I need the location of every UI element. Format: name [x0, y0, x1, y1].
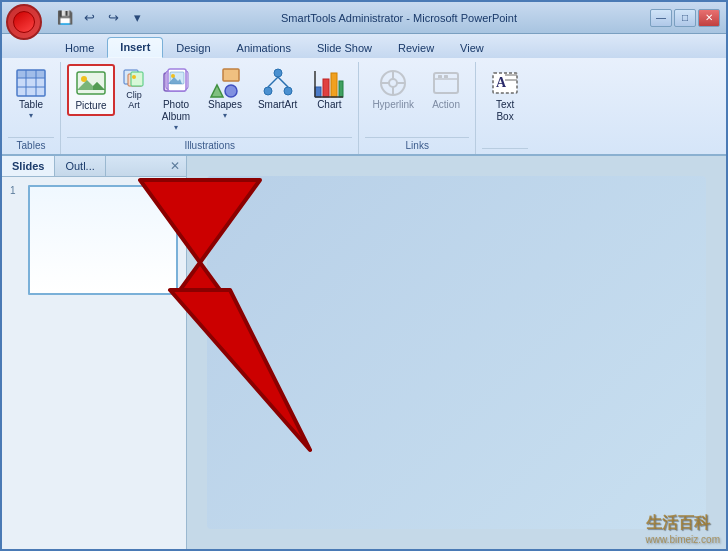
- slides-panel: Slides Outl... ✕ 1: [2, 156, 187, 549]
- shapes-label: Shapes: [208, 99, 242, 111]
- quick-access-dropdown[interactable]: ▾: [126, 7, 148, 29]
- photo-album-icon: [160, 67, 192, 99]
- ribbon-group-text: A TextBox: [476, 62, 534, 154]
- undo-button[interactable]: ↩: [78, 7, 100, 29]
- svg-line-26: [268, 77, 278, 87]
- text-group-label: [482, 148, 528, 154]
- watermark-text: 生活百科: [646, 513, 720, 534]
- picture-label: Picture: [75, 100, 106, 112]
- photo-album-button[interactable]: PhotoAlbum ▾: [153, 64, 199, 135]
- close-button[interactable]: ✕: [698, 9, 720, 27]
- tables-group-label: Tables: [8, 137, 54, 154]
- quick-access-toolbar: 💾 ↩ ↪ ▾: [54, 7, 148, 29]
- ribbon: Table ▾ Tables: [2, 58, 726, 156]
- ribbon-group-links-items: Hyperlink Action: [365, 64, 469, 135]
- smartart-label: SmartArt: [258, 99, 297, 111]
- slide-canvas-area: [207, 176, 706, 529]
- svg-rect-5: [17, 70, 45, 78]
- office-button[interactable]: [6, 4, 42, 40]
- svg-rect-30: [331, 73, 337, 97]
- links-group-label: Links: [365, 137, 469, 154]
- action-label: Action: [432, 99, 460, 111]
- action-icon: [430, 67, 462, 99]
- svg-rect-28: [315, 87, 321, 97]
- watermark: 生活百科 www.bimeiz.com: [646, 513, 720, 545]
- tab-design[interactable]: Design: [163, 38, 223, 58]
- hyperlink-button[interactable]: Hyperlink: [365, 64, 421, 114]
- redo-button[interactable]: ↪: [102, 7, 124, 29]
- action-button[interactable]: Action: [423, 64, 469, 114]
- clip-art-column: Clip Art: [117, 64, 151, 112]
- tab-insert[interactable]: Insert: [107, 37, 163, 58]
- svg-rect-42: [438, 75, 442, 78]
- clip-art-button[interactable]: Clip Art: [117, 64, 151, 112]
- slides-panel-tabs: Slides Outl... ✕: [2, 156, 186, 177]
- save-button[interactable]: 💾: [54, 7, 76, 29]
- picture-icon: [75, 68, 107, 100]
- shapes-button[interactable]: Shapes ▾: [201, 64, 249, 123]
- ribbon-group-tables-items: Table ▾: [8, 64, 54, 135]
- window-controls: — □ ✕: [650, 9, 720, 27]
- outline-tab[interactable]: Outl...: [55, 156, 105, 176]
- table-label: Table: [19, 99, 43, 111]
- chart-icon: [313, 67, 345, 99]
- svg-rect-12: [131, 72, 143, 86]
- slide-thumbnail[interactable]: [28, 185, 178, 295]
- svg-rect-29: [323, 79, 329, 97]
- tab-animations[interactable]: Animations: [224, 38, 304, 58]
- slide-number: 1: [10, 185, 24, 295]
- table-icon: [15, 67, 47, 99]
- slides-tab[interactable]: Slides: [2, 156, 55, 176]
- hyperlink-icon: [377, 67, 409, 99]
- photo-album-label: PhotoAlbum: [162, 99, 190, 123]
- main-slide-area: [187, 156, 726, 549]
- picture-button[interactable]: Picture: [67, 64, 115, 116]
- slides-panel-close-button[interactable]: ✕: [164, 156, 186, 176]
- clip-art-icon: [122, 66, 146, 90]
- svg-rect-43: [444, 75, 448, 78]
- ribbon-group-illustrations: Picture Clip: [61, 62, 359, 154]
- main-window: 💾 ↩ ↪ ▾ SmartTools Administrator - Micro…: [0, 0, 728, 551]
- hyperlink-label: Hyperlink: [372, 99, 414, 111]
- textbox-label: TextBox: [496, 99, 514, 123]
- textbox-button[interactable]: A TextBox: [482, 64, 528, 126]
- illustrations-group-label: Illustrations: [67, 137, 352, 154]
- maximize-button[interactable]: □: [674, 9, 696, 27]
- clip-art-label: Clip: [126, 90, 142, 100]
- svg-point-25: [284, 87, 292, 95]
- tab-home[interactable]: Home: [52, 38, 107, 58]
- svg-text:A: A: [496, 75, 507, 90]
- smartart-icon: [262, 67, 294, 99]
- svg-point-35: [389, 79, 397, 87]
- svg-rect-31: [339, 81, 343, 97]
- office-logo: [13, 11, 35, 33]
- clip-art-label2: Art: [128, 100, 140, 110]
- ribbon-tabs: Home Insert Design Animations Slide Show…: [2, 34, 726, 58]
- tab-review[interactable]: Review: [385, 38, 447, 58]
- tab-view[interactable]: View: [447, 38, 497, 58]
- tab-slideshow[interactable]: Slide Show: [304, 38, 385, 58]
- svg-line-27: [278, 77, 288, 87]
- watermark-url: www.bimeiz.com: [646, 534, 720, 545]
- shapes-icon: [209, 67, 241, 99]
- ribbon-group-illustrations-items: Picture Clip: [67, 64, 352, 135]
- table-button[interactable]: Table ▾: [8, 64, 54, 123]
- svg-point-13: [132, 75, 136, 79]
- ribbon-group-links: Hyperlink Action Links: [359, 62, 476, 154]
- svg-marker-21: [211, 85, 223, 97]
- svg-rect-6: [77, 72, 105, 94]
- content-area: Slides Outl... ✕ 1: [2, 156, 726, 549]
- chart-button[interactable]: Chart: [306, 64, 352, 114]
- svg-point-24: [264, 87, 272, 95]
- svg-point-23: [274, 69, 282, 77]
- minimize-button[interactable]: —: [650, 9, 672, 27]
- svg-point-22: [225, 85, 237, 97]
- window-title: SmartTools Administrator - Microsoft Pow…: [148, 12, 650, 24]
- textbox-icon: A: [489, 67, 521, 99]
- smartart-button[interactable]: SmartArt: [251, 64, 304, 114]
- chart-label: Chart: [317, 99, 341, 111]
- ribbon-group-text-items: A TextBox: [482, 64, 528, 146]
- svg-rect-20: [223, 69, 239, 81]
- ribbon-group-tables: Table ▾ Tables: [2, 62, 61, 154]
- slide-thumbnail-area: 1: [2, 177, 186, 303]
